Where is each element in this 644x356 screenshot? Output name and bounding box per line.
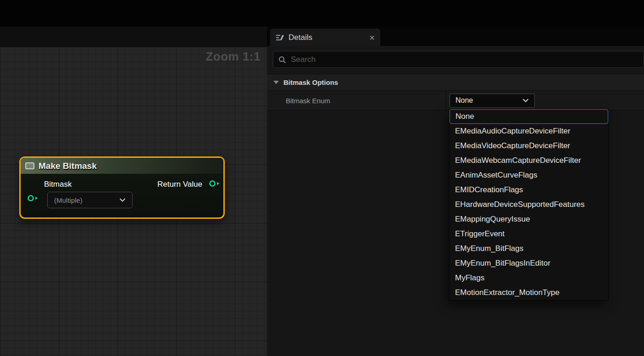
graph-editor: Zoom 1:1 Make Bitmask Bitmask Return Val… xyxy=(0,27,267,356)
search-icon xyxy=(278,56,286,64)
details-panel: Details × Bitmask Options Bitmask Enum N… xyxy=(267,27,644,356)
pin-circle-icon xyxy=(209,180,221,187)
bitmask-enum-dropdown[interactable]: None xyxy=(450,94,535,108)
bitmask-enum-row: Bitmask Enum None xyxy=(267,91,644,111)
top-menu-bar xyxy=(0,0,644,27)
bitmask-input-pin[interactable] xyxy=(27,195,39,204)
return-value-output-pin[interactable] xyxy=(209,180,221,189)
dropdown-item[interactable]: EMediaVideoCaptureDeviceFilter xyxy=(450,139,608,153)
unreal-editor-window: Zoom 1:1 Make Bitmask Bitmask Return Val… xyxy=(0,0,644,356)
node-title: Make Bitmask xyxy=(39,161,97,171)
bitmask-value-dropdown[interactable]: (Multiple) xyxy=(47,192,133,208)
property-value-cell: None xyxy=(446,91,644,110)
section-title: Bitmask Options xyxy=(283,78,338,86)
dropdown-item[interactable]: EMediaWebcamCaptureDeviceFilter xyxy=(450,153,608,168)
bitmask-value-label: (Multiple) xyxy=(54,196,83,204)
output-pin-label: Return Value xyxy=(157,180,202,189)
details-icon xyxy=(276,33,284,42)
zoom-level-label: Zoom 1:1 xyxy=(205,50,261,64)
tab-title: Details xyxy=(289,33,365,42)
dropdown-item[interactable]: EAnimAssetCurveFlags xyxy=(450,168,608,183)
chevron-down-icon xyxy=(119,198,126,202)
search-input[interactable] xyxy=(291,55,639,64)
dropdown-item[interactable]: EMediaAudioCaptureDeviceFilter xyxy=(450,124,608,139)
enum-dropdown-list: NoneEMediaAudioCaptureDeviceFilterEMedia… xyxy=(449,109,609,300)
tab-details[interactable]: Details × xyxy=(270,29,380,46)
collapse-arrow-icon xyxy=(273,81,279,84)
chevron-down-icon xyxy=(522,99,529,102)
dropdown-item[interactable]: EMyEnum_BitFlagsInEditor xyxy=(450,256,608,271)
dropdown-item[interactable]: EMappingQueryIssue xyxy=(450,212,608,227)
property-label: Bitmask Enum xyxy=(267,97,446,105)
details-search-bar xyxy=(273,51,644,68)
dropdown-item[interactable]: EMIDCreationFlags xyxy=(450,183,608,197)
section-bitmask-options[interactable]: Bitmask Options xyxy=(267,74,644,91)
dropdown-item[interactable]: MyFlags xyxy=(450,271,608,285)
input-pin-label: Bitmask xyxy=(44,180,72,189)
dropdown-item[interactable]: EMyEnum_BitFlags xyxy=(450,241,608,256)
bitmask-enum-value: None xyxy=(455,96,473,105)
dropdown-item[interactable]: ETriggerEvent xyxy=(450,227,608,241)
make-bitmask-node[interactable]: Make Bitmask Bitmask Return Value (Multi… xyxy=(19,156,225,219)
graph-header-strip xyxy=(0,27,267,47)
dropdown-item[interactable]: EMotionExtractor_MotionType xyxy=(450,285,608,300)
pin-circle-icon xyxy=(27,195,39,202)
make-struct-icon xyxy=(25,162,34,169)
node-header[interactable]: Make Bitmask xyxy=(21,158,223,174)
dropdown-item[interactable]: EHardwareDeviceSupportedFeatures xyxy=(450,197,608,212)
details-tabbar: Details × xyxy=(267,27,644,46)
close-icon[interactable]: × xyxy=(369,33,375,42)
dropdown-item[interactable]: None xyxy=(450,109,608,124)
